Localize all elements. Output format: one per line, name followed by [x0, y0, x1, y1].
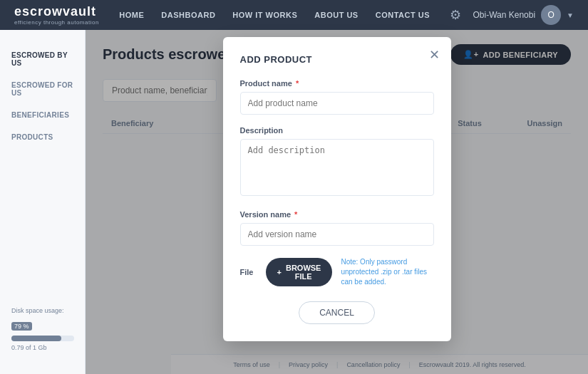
- sidebar: ESCROWED BY US ESCROWED FOR US BENEFICIA…: [0, 30, 86, 374]
- brand-name: escrowvault: [14, 4, 99, 19]
- description-label: Description: [240, 126, 434, 135]
- settings-icon[interactable]: ⚙: [450, 7, 461, 23]
- sidebar-item-beneficiaries[interactable]: BENEFICIARIES: [0, 104, 85, 126]
- product-name-required: *: [296, 79, 299, 88]
- disk-space-section: Disk space usage: 79 % 0.79 of 1 Gb: [0, 298, 85, 360]
- main-content: Products escrowed by us 👤+ ADD BENEFICIA…: [86, 30, 588, 374]
- sidebar-item-products[interactable]: PRODUCTS: [0, 126, 85, 148]
- brand-tagline: efficiency through automation: [14, 19, 99, 26]
- cancel-button[interactable]: CANCEL: [299, 301, 375, 324]
- sidebar-item-escrowed-by-us[interactable]: ESCROWED BY US: [0, 44, 85, 74]
- file-row: File + BROWSE FILE Note: Only password u…: [240, 257, 434, 287]
- modal-close-button[interactable]: ✕: [429, 48, 440, 61]
- main-layout: ESCROWED BY US ESCROWED FOR US BENEFICIA…: [0, 30, 588, 374]
- modal-overlay[interactable]: ADD PRODUCT ✕ Product name * Description…: [86, 30, 588, 374]
- version-name-label: Version name *: [240, 210, 434, 219]
- disk-size-label: 0.79 of 1 Gb: [11, 344, 73, 351]
- product-name-input[interactable]: [240, 92, 434, 115]
- description-textarea[interactable]: [240, 139, 434, 196]
- user-name-label: Obi-Wan Kenobi: [473, 10, 535, 20]
- disk-percent-badge: 79 %: [11, 322, 32, 331]
- logo: escrowvault efficiency through automatio…: [14, 4, 99, 26]
- browse-file-button[interactable]: + BROWSE FILE: [266, 258, 333, 286]
- modal-title: ADD PRODUCT: [240, 54, 434, 65]
- disk-space-label: Disk space usage:: [11, 307, 73, 314]
- product-name-group: Product name *: [240, 79, 434, 115]
- top-navigation: escrowvault efficiency through automatio…: [0, 0, 588, 30]
- sidebar-nav: ESCROWED BY US ESCROWED FOR US BENEFICIA…: [0, 44, 85, 148]
- nav-right: ⚙ Obi-Wan Kenobi O ▼: [450, 5, 574, 25]
- description-group: Description: [240, 126, 434, 199]
- nav-links: HOME DASHBOARD HOW IT WORKS ABOUT US CON…: [119, 11, 430, 19]
- disk-bar-fill: [11, 336, 61, 341]
- version-name-input[interactable]: [240, 223, 434, 246]
- file-label: File: [240, 268, 257, 276]
- nav-how-it-works[interactable]: HOW IT WORKS: [232, 11, 297, 19]
- nav-home[interactable]: HOME: [119, 11, 144, 19]
- version-name-required: *: [294, 210, 297, 219]
- nav-about-us[interactable]: ABOUT US: [314, 11, 358, 19]
- plus-icon: +: [277, 268, 282, 276]
- version-name-group: Version name *: [240, 210, 434, 246]
- product-name-label: Product name *: [240, 79, 434, 88]
- sidebar-item-escrowed-for-us[interactable]: ESCROWED FOR US: [0, 74, 85, 104]
- user-dropdown-arrow: ▼: [567, 11, 574, 19]
- modal-actions: CANCEL: [240, 301, 434, 324]
- nav-dashboard[interactable]: DASHBOARD: [161, 11, 215, 19]
- file-note: Note: Only password unprotected .zip or …: [341, 257, 433, 287]
- disk-bar-background: [11, 336, 74, 341]
- add-product-modal: ADD PRODUCT ✕ Product name * Description…: [223, 37, 451, 341]
- user-avatar: O: [541, 5, 561, 25]
- nav-contact-us[interactable]: CONTACT US: [376, 11, 430, 19]
- user-menu[interactable]: Obi-Wan Kenobi O ▼: [473, 5, 574, 25]
